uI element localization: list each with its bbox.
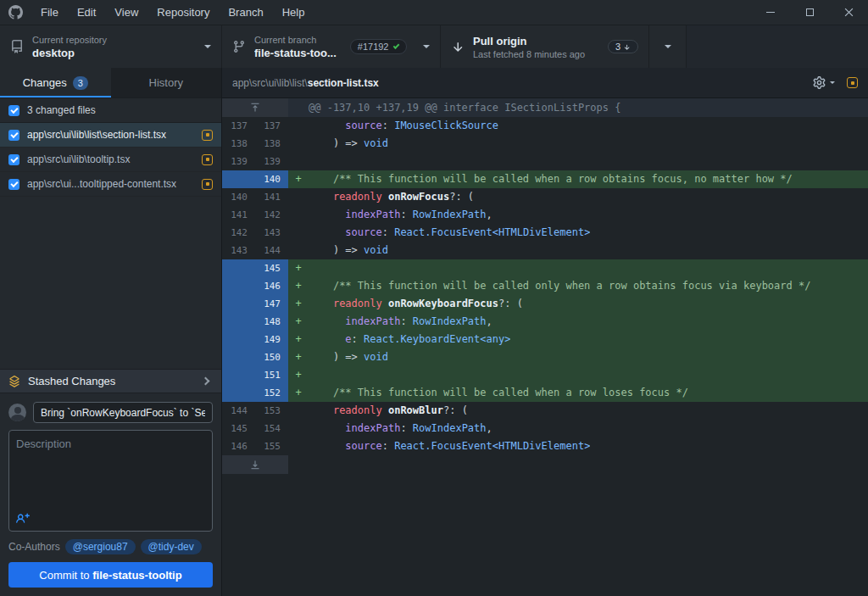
diff-line[interactable]: 150+ ) => void (222, 348, 868, 366)
modified-status-icon (202, 130, 213, 141)
diff-line[interactable]: 145+ (222, 259, 868, 277)
code-text: ) => void (309, 135, 388, 153)
new-line-number: 148 (255, 313, 288, 331)
diff-line[interactable]: 142143 source: React.FocusEvent<HTMLDivE… (222, 224, 868, 242)
file-row[interactable]: app\src\ui...tooltipped-content.tsx (0, 172, 221, 197)
menu-file[interactable]: File (31, 0, 68, 25)
new-line-number: 152 (255, 384, 288, 402)
old-line-number: 140 (222, 188, 255, 206)
old-line-number (222, 259, 255, 277)
hunk-header-row: @@ -137,10 +137,19 @@ interface ISection… (222, 98, 868, 117)
file-checkbox[interactable] (8, 179, 19, 190)
diff-line[interactable]: 146155 source: React.FocusEvent<HTMLDivE… (222, 437, 868, 455)
code-text: indexPath: RowIndexPath, (309, 420, 492, 437)
old-line-number (222, 384, 255, 402)
minimize-button[interactable] (751, 0, 790, 25)
diff-line[interactable]: 137137 source: IMouseClickSource (222, 117, 868, 135)
menu-edit[interactable]: Edit (68, 0, 105, 25)
coauthor-badge[interactable]: @sergiou87 (65, 539, 136, 554)
diff-marker (288, 242, 309, 259)
stashed-changes-bar[interactable]: Stashed Changes (0, 369, 221, 393)
diff-line[interactable]: 152+ /** This function will be called wh… (222, 384, 868, 402)
diff-line[interactable]: 138138 ) => void (222, 135, 868, 153)
tab-history[interactable]: History (111, 68, 222, 97)
tab-changes[interactable]: Changes 3 (0, 68, 111, 97)
diff-options-button[interactable] (813, 76, 835, 89)
old-line-number: 138 (222, 135, 255, 153)
expand-down-icon (250, 460, 260, 470)
diff-marker (288, 153, 309, 170)
diff-line[interactable]: 147+ readonly onRowKeyboardFocus?: ( (222, 295, 868, 313)
code-text: readonly onRowKeyboardFocus?: ( (309, 295, 523, 313)
commit-summary-input[interactable] (33, 402, 213, 423)
new-line-number: 138 (255, 135, 288, 153)
old-line-number (222, 331, 255, 348)
file-checkbox[interactable] (8, 154, 19, 165)
changes-count-badge: 3 (73, 76, 88, 90)
diff-line[interactable]: 145154 indexPath: RowIndexPath, (222, 420, 868, 437)
expand-up-icon (250, 103, 260, 113)
check-icon (392, 42, 399, 49)
pull-count: 3 (615, 42, 620, 52)
diff-line[interactable]: 140141 readonly onRowFocus?: ( (222, 188, 868, 206)
stashed-changes-label: Stashed Changes (28, 375, 115, 387)
commit-description-input[interactable] (9, 431, 212, 500)
pull-dropdown-button[interactable] (649, 25, 687, 68)
expand-bottom-row (222, 455, 868, 474)
new-line-number: 155 (255, 437, 288, 455)
new-line-number: 139 (255, 153, 288, 170)
close-icon (844, 8, 854, 17)
code-text: source: React.FocusEvent<HTMLDivElement> (309, 437, 590, 455)
add-coauthor-icon[interactable] (16, 512, 30, 526)
diff-line[interactable]: 146+ /** This function will be called on… (222, 277, 868, 295)
maximize-button[interactable] (790, 0, 829, 25)
diff-marker: + (288, 348, 309, 366)
diff-line[interactable]: 143144 ) => void (222, 242, 868, 259)
file-row[interactable]: app\src\ui\lib\list\section-list.tsx (0, 123, 221, 148)
commit-button[interactable]: Commit to file-status-tooltip (8, 562, 213, 588)
pull-count-badge: 3 (608, 40, 638, 53)
old-line-number (222, 366, 255, 384)
diff-file-path: app\src\ui\lib\list\section-list.tsx (232, 77, 379, 89)
changed-files-label: 3 changed files (27, 104, 96, 116)
current-branch-button[interactable]: Current branch file-status-too... #17192 (222, 25, 441, 68)
menu-branch[interactable]: Branch (219, 0, 272, 25)
new-line-number: 143 (255, 224, 288, 242)
diff-line[interactable]: 140+ /** This function will be called wh… (222, 170, 868, 188)
file-row[interactable]: app\src\ui\lib\tooltip.tsx (0, 148, 221, 172)
diff-line[interactable]: 151+ (222, 366, 868, 384)
diff-line[interactable]: 141142 indexPath: RowIndexPath, (222, 206, 868, 224)
pull-origin-button[interactable]: Pull origin Last fetched 8 minutes ago 3 (441, 25, 649, 68)
gear-icon (813, 76, 826, 89)
coauthors-label: Co-Authors (8, 541, 60, 553)
diff-line[interactable]: 148+ indexPath: RowIndexPath, (222, 313, 868, 331)
menu-repository[interactable]: Repository (147, 0, 219, 25)
current-repository-name: desktop (32, 47, 107, 59)
code-text: /** This function will be called when a … (309, 170, 793, 188)
close-button[interactable] (829, 0, 868, 25)
old-line-number (222, 313, 255, 331)
expand-up-button[interactable] (222, 98, 288, 117)
minimize-icon (766, 12, 775, 13)
diff-line[interactable]: 139139 (222, 153, 868, 170)
hunk-header: @@ -137,10 +137,19 @@ interface ISection… (288, 98, 868, 117)
github-desktop-window: FileEditViewRepositoryBranchHelp Current… (0, 0, 868, 596)
chevron-down-icon (204, 45, 211, 48)
new-line-number: 153 (255, 402, 288, 420)
current-repository-button[interactable]: Current repository desktop (0, 25, 222, 68)
new-line-number: 137 (255, 117, 288, 135)
expand-down-button[interactable] (222, 455, 288, 474)
diff-marker: + (288, 313, 309, 331)
select-all-checkbox[interactable] (8, 105, 19, 116)
coauthor-badge[interactable]: @tidy-dev (141, 539, 202, 554)
diff-line[interactable]: 144153 readonly onRowBlur?: ( (222, 402, 868, 420)
pr-status-badge[interactable]: #17192 (350, 39, 407, 54)
diff-line[interactable]: 149+ e: React.KeyboardEvent<any> (222, 331, 868, 348)
file-checkbox[interactable] (8, 130, 19, 141)
diff-marker (288, 402, 309, 420)
toolbar-filler (687, 25, 868, 68)
menu-view[interactable]: View (105, 0, 147, 25)
menu-help[interactable]: Help (273, 0, 314, 25)
code-text: readonly onRowBlur?: ( (309, 402, 468, 420)
old-line-number: 141 (222, 206, 255, 224)
